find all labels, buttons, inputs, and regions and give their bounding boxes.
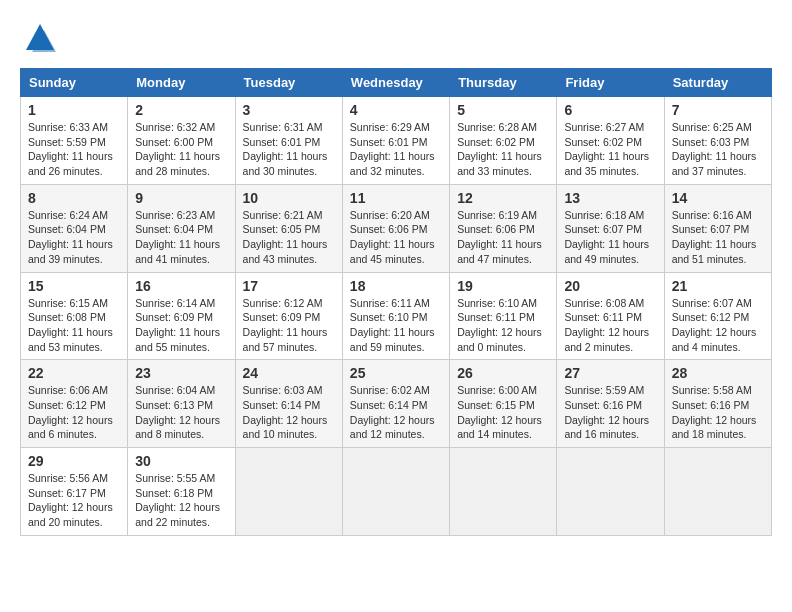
day-number: 4 — [350, 102, 442, 118]
day-detail: Sunrise: 6:03 AMSunset: 6:14 PMDaylight:… — [243, 383, 335, 442]
day-detail: Sunrise: 5:56 AMSunset: 6:17 PMDaylight:… — [28, 471, 120, 530]
week-row-3: 15Sunrise: 6:15 AMSunset: 6:08 PMDayligh… — [21, 272, 772, 360]
day-number: 23 — [135, 365, 227, 381]
calendar-cell-1-7: 7Sunrise: 6:25 AMSunset: 6:03 PMDaylight… — [664, 97, 771, 185]
week-row-2: 8Sunrise: 6:24 AMSunset: 6:04 PMDaylight… — [21, 184, 772, 272]
calendar-cell-1-3: 3Sunrise: 6:31 AMSunset: 6:01 PMDaylight… — [235, 97, 342, 185]
day-detail: Sunrise: 6:08 AMSunset: 6:11 PMDaylight:… — [564, 296, 656, 355]
day-number: 1 — [28, 102, 120, 118]
day-number: 6 — [564, 102, 656, 118]
calendar-cell-4-7: 28Sunrise: 5:58 AMSunset: 6:16 PMDayligh… — [664, 360, 771, 448]
calendar-cell-5-4 — [342, 448, 449, 536]
day-detail: Sunrise: 6:15 AMSunset: 6:08 PMDaylight:… — [28, 296, 120, 355]
logo-icon — [20, 20, 58, 58]
day-detail: Sunrise: 6:32 AMSunset: 6:00 PMDaylight:… — [135, 120, 227, 179]
day-number: 12 — [457, 190, 549, 206]
col-header-monday: Monday — [128, 69, 235, 97]
calendar-cell-5-6 — [557, 448, 664, 536]
day-number: 2 — [135, 102, 227, 118]
col-header-sunday: Sunday — [21, 69, 128, 97]
calendar-cell-5-7 — [664, 448, 771, 536]
calendar-cell-2-3: 10Sunrise: 6:21 AMSunset: 6:05 PMDayligh… — [235, 184, 342, 272]
col-header-wednesday: Wednesday — [342, 69, 449, 97]
calendar-cell-1-4: 4Sunrise: 6:29 AMSunset: 6:01 PMDaylight… — [342, 97, 449, 185]
calendar-cell-3-1: 15Sunrise: 6:15 AMSunset: 6:08 PMDayligh… — [21, 272, 128, 360]
day-number: 9 — [135, 190, 227, 206]
calendar-cell-1-6: 6Sunrise: 6:27 AMSunset: 6:02 PMDaylight… — [557, 97, 664, 185]
day-detail: Sunrise: 6:14 AMSunset: 6:09 PMDaylight:… — [135, 296, 227, 355]
day-detail: Sunrise: 5:55 AMSunset: 6:18 PMDaylight:… — [135, 471, 227, 530]
calendar-cell-2-6: 13Sunrise: 6:18 AMSunset: 6:07 PMDayligh… — [557, 184, 664, 272]
day-detail: Sunrise: 6:12 AMSunset: 6:09 PMDaylight:… — [243, 296, 335, 355]
week-row-4: 22Sunrise: 6:06 AMSunset: 6:12 PMDayligh… — [21, 360, 772, 448]
calendar-cell-4-4: 25Sunrise: 6:02 AMSunset: 6:14 PMDayligh… — [342, 360, 449, 448]
calendar-cell-5-2: 30Sunrise: 5:55 AMSunset: 6:18 PMDayligh… — [128, 448, 235, 536]
calendar-cell-4-3: 24Sunrise: 6:03 AMSunset: 6:14 PMDayligh… — [235, 360, 342, 448]
week-row-1: 1Sunrise: 6:33 AMSunset: 5:59 PMDaylight… — [21, 97, 772, 185]
calendar-cell-3-4: 18Sunrise: 6:11 AMSunset: 6:10 PMDayligh… — [342, 272, 449, 360]
day-number: 20 — [564, 278, 656, 294]
calendar-cell-3-5: 19Sunrise: 6:10 AMSunset: 6:11 PMDayligh… — [450, 272, 557, 360]
calendar-cell-2-1: 8Sunrise: 6:24 AMSunset: 6:04 PMDaylight… — [21, 184, 128, 272]
day-number: 25 — [350, 365, 442, 381]
day-number: 28 — [672, 365, 764, 381]
day-number: 30 — [135, 453, 227, 469]
calendar-cell-2-7: 14Sunrise: 6:16 AMSunset: 6:07 PMDayligh… — [664, 184, 771, 272]
day-detail: Sunrise: 6:19 AMSunset: 6:06 PMDaylight:… — [457, 208, 549, 267]
day-detail: Sunrise: 6:16 AMSunset: 6:07 PMDaylight:… — [672, 208, 764, 267]
calendar-cell-4-2: 23Sunrise: 6:04 AMSunset: 6:13 PMDayligh… — [128, 360, 235, 448]
day-detail: Sunrise: 6:27 AMSunset: 6:02 PMDaylight:… — [564, 120, 656, 179]
day-detail: Sunrise: 6:02 AMSunset: 6:14 PMDaylight:… — [350, 383, 442, 442]
day-number: 11 — [350, 190, 442, 206]
day-detail: Sunrise: 6:28 AMSunset: 6:02 PMDaylight:… — [457, 120, 549, 179]
day-detail: Sunrise: 5:59 AMSunset: 6:16 PMDaylight:… — [564, 383, 656, 442]
week-row-5: 29Sunrise: 5:56 AMSunset: 6:17 PMDayligh… — [21, 448, 772, 536]
day-number: 5 — [457, 102, 549, 118]
calendar-cell-2-4: 11Sunrise: 6:20 AMSunset: 6:06 PMDayligh… — [342, 184, 449, 272]
day-number: 17 — [243, 278, 335, 294]
day-detail: Sunrise: 6:06 AMSunset: 6:12 PMDaylight:… — [28, 383, 120, 442]
calendar-cell-2-2: 9Sunrise: 6:23 AMSunset: 6:04 PMDaylight… — [128, 184, 235, 272]
calendar-cell-4-6: 27Sunrise: 5:59 AMSunset: 6:16 PMDayligh… — [557, 360, 664, 448]
day-detail: Sunrise: 5:58 AMSunset: 6:16 PMDaylight:… — [672, 383, 764, 442]
page-header — [20, 20, 772, 58]
day-number: 29 — [28, 453, 120, 469]
calendar-cell-3-2: 16Sunrise: 6:14 AMSunset: 6:09 PMDayligh… — [128, 272, 235, 360]
day-number: 15 — [28, 278, 120, 294]
calendar-table: SundayMondayTuesdayWednesdayThursdayFrid… — [20, 68, 772, 536]
day-number: 3 — [243, 102, 335, 118]
day-detail: Sunrise: 6:33 AMSunset: 5:59 PMDaylight:… — [28, 120, 120, 179]
col-header-tuesday: Tuesday — [235, 69, 342, 97]
logo — [20, 20, 62, 58]
day-number: 13 — [564, 190, 656, 206]
day-number: 22 — [28, 365, 120, 381]
calendar-cell-5-3 — [235, 448, 342, 536]
day-number: 10 — [243, 190, 335, 206]
day-number: 19 — [457, 278, 549, 294]
calendar-cell-1-5: 5Sunrise: 6:28 AMSunset: 6:02 PMDaylight… — [450, 97, 557, 185]
day-detail: Sunrise: 6:31 AMSunset: 6:01 PMDaylight:… — [243, 120, 335, 179]
day-detail: Sunrise: 6:11 AMSunset: 6:10 PMDaylight:… — [350, 296, 442, 355]
col-header-saturday: Saturday — [664, 69, 771, 97]
day-number: 7 — [672, 102, 764, 118]
calendar-cell-3-7: 21Sunrise: 6:07 AMSunset: 6:12 PMDayligh… — [664, 272, 771, 360]
day-detail: Sunrise: 6:23 AMSunset: 6:04 PMDaylight:… — [135, 208, 227, 267]
day-detail: Sunrise: 6:10 AMSunset: 6:11 PMDaylight:… — [457, 296, 549, 355]
day-number: 27 — [564, 365, 656, 381]
day-detail: Sunrise: 6:20 AMSunset: 6:06 PMDaylight:… — [350, 208, 442, 267]
day-number: 21 — [672, 278, 764, 294]
calendar-cell-1-1: 1Sunrise: 6:33 AMSunset: 5:59 PMDaylight… — [21, 97, 128, 185]
calendar-cell-3-6: 20Sunrise: 6:08 AMSunset: 6:11 PMDayligh… — [557, 272, 664, 360]
col-header-friday: Friday — [557, 69, 664, 97]
day-number: 18 — [350, 278, 442, 294]
day-number: 14 — [672, 190, 764, 206]
calendar-cell-5-5 — [450, 448, 557, 536]
day-detail: Sunrise: 6:04 AMSunset: 6:13 PMDaylight:… — [135, 383, 227, 442]
calendar-cell-4-1: 22Sunrise: 6:06 AMSunset: 6:12 PMDayligh… — [21, 360, 128, 448]
day-detail: Sunrise: 6:00 AMSunset: 6:15 PMDaylight:… — [457, 383, 549, 442]
calendar-cell-2-5: 12Sunrise: 6:19 AMSunset: 6:06 PMDayligh… — [450, 184, 557, 272]
col-header-thursday: Thursday — [450, 69, 557, 97]
day-detail: Sunrise: 6:25 AMSunset: 6:03 PMDaylight:… — [672, 120, 764, 179]
calendar-cell-1-2: 2Sunrise: 6:32 AMSunset: 6:00 PMDaylight… — [128, 97, 235, 185]
day-number: 26 — [457, 365, 549, 381]
